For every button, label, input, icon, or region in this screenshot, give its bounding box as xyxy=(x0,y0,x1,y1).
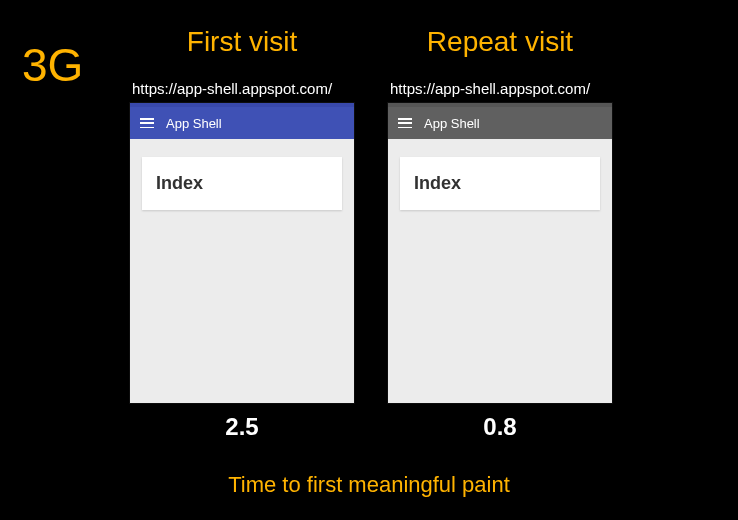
content-card: Index xyxy=(142,157,342,210)
column-title: Repeat visit xyxy=(427,26,573,58)
content-card: Index xyxy=(400,157,600,210)
comparison-columns: First visit https://app-shell.appspot.co… xyxy=(130,26,698,441)
timing-value: 2.5 xyxy=(225,413,258,441)
app-bar: App Shell xyxy=(130,107,354,139)
hamburger-icon xyxy=(398,118,412,128)
app-title: App Shell xyxy=(424,116,480,131)
phone-mockup: App Shell Index xyxy=(130,103,354,403)
column-title: First visit xyxy=(187,26,297,58)
timing-value: 0.8 xyxy=(483,413,516,441)
hamburger-icon xyxy=(140,118,154,128)
url-label: https://app-shell.appspot.com/ xyxy=(388,80,590,97)
phone-mockup: App Shell Index xyxy=(388,103,612,403)
app-bar: App Shell xyxy=(388,107,612,139)
app-title: App Shell xyxy=(166,116,222,131)
content-area: Index xyxy=(130,139,354,403)
content-area: Index xyxy=(388,139,612,403)
column-first-visit: First visit https://app-shell.appspot.co… xyxy=(130,26,354,441)
network-badge: 3G xyxy=(22,38,83,92)
caption: Time to first meaningful paint xyxy=(0,472,738,498)
url-label: https://app-shell.appspot.com/ xyxy=(130,80,332,97)
column-repeat-visit: Repeat visit https://app-shell.appspot.c… xyxy=(388,26,612,441)
